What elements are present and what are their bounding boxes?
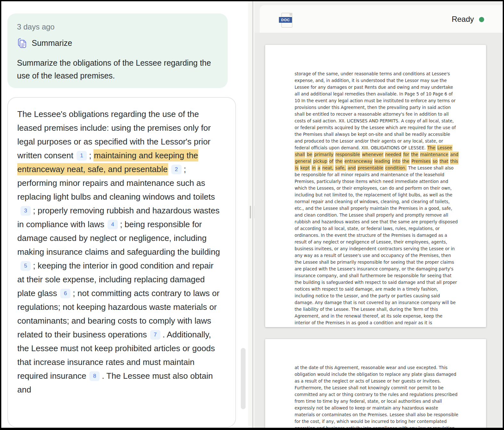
panel-divider-line bbox=[252, 1, 253, 428]
timestamp: 3 days ago bbox=[17, 22, 218, 31]
highlighted-word: entranceway bbox=[344, 158, 373, 164]
status-text: Ready bbox=[452, 15, 474, 24]
highlighted-word: Premises bbox=[411, 158, 431, 164]
highlighted-word: is bbox=[295, 165, 299, 171]
highlighted-word: for bbox=[403, 152, 409, 158]
citation-chip[interactable]: 4 bbox=[108, 220, 118, 229]
highlighted-word: of bbox=[329, 158, 334, 164]
highlighted-word: that bbox=[439, 158, 449, 164]
citation-chip[interactable]: 1 bbox=[77, 151, 87, 161]
panel-divider bbox=[248, 1, 255, 428]
highlighted-word: the bbox=[335, 158, 343, 164]
highlighted-word: maintenance bbox=[420, 152, 449, 158]
highlighted-word: be bbox=[306, 152, 313, 158]
highlighted-word: presentable bbox=[357, 165, 384, 171]
chat-panel: 3 days ago Summarize Summarize the oblig… bbox=[1, 1, 248, 428]
highlighted-word: leading bbox=[374, 158, 390, 164]
highlighted-word: in bbox=[312, 165, 316, 171]
status-dot bbox=[479, 17, 484, 22]
highlighted-text: maintaining and keeping the entranceway … bbox=[17, 149, 198, 175]
question-text: Summarize the obligations of the Lessee … bbox=[17, 56, 218, 82]
highlighted-word: responsible bbox=[335, 152, 361, 158]
answer-text: The Lessee's obligations regarding the u… bbox=[8, 98, 235, 397]
action-label: Summarize bbox=[32, 38, 72, 48]
highlighted-word: neat, bbox=[322, 165, 333, 171]
document-page-2: at the date of this Agreement, reasonabl… bbox=[265, 339, 486, 428]
citation-chip[interactable]: 7 bbox=[150, 330, 160, 340]
page-1-text: storage of the same, under reasonable te… bbox=[265, 45, 486, 326]
doc-banner-label: DOC bbox=[279, 17, 292, 23]
page-2-text: at the date of this Agreement, reasonabl… bbox=[265, 339, 486, 428]
chat-scrollbar-thumb[interactable] bbox=[241, 348, 246, 409]
highlighted-word: so bbox=[432, 158, 438, 164]
divider-drag-handle-left[interactable] bbox=[250, 206, 251, 219]
summarize-action-row: Summarize bbox=[17, 37, 218, 49]
highlighted-word: needed bbox=[385, 152, 402, 158]
citation-chip[interactable]: 8 bbox=[89, 371, 100, 381]
highlighted-word: Lessee bbox=[437, 145, 452, 151]
citation-chip[interactable]: 3 bbox=[20, 206, 31, 216]
document-viewer-panel: storage of the same, under reasonable te… bbox=[255, 1, 503, 428]
highlighted-word: the bbox=[411, 152, 419, 158]
citation-chip[interactable]: 2 bbox=[171, 165, 182, 174]
highlighted-word: shall bbox=[295, 152, 305, 158]
highlighted-word: into bbox=[392, 158, 401, 164]
document-page-1: storage of the same, under reasonable te… bbox=[265, 45, 486, 327]
answer-card: The Lessee's obligations regarding the u… bbox=[7, 97, 236, 427]
citation-chip[interactable]: 5 bbox=[20, 261, 31, 271]
page-fold-corner bbox=[289, 13, 292, 16]
citation-chip[interactable]: 6 bbox=[60, 289, 70, 298]
highlighted-word: a bbox=[317, 165, 321, 171]
page-area: storage of the same, under reasonable te… bbox=[255, 33, 503, 428]
highlighted-word: primarily bbox=[314, 152, 334, 158]
summarize-copy-doc-icon bbox=[17, 37, 27, 49]
highlighted-word: pickup bbox=[313, 158, 328, 164]
viewer-header: DOC Ready bbox=[260, 5, 503, 33]
highlighted-word: this bbox=[450, 158, 458, 164]
highlighted-word: safe, bbox=[335, 165, 346, 171]
highlighted-word: general bbox=[295, 158, 312, 164]
app-root: 3 days ago Summarize Summarize the oblig… bbox=[1, 1, 503, 428]
highlighted-word: and bbox=[450, 152, 459, 158]
highlighted-word: condition. bbox=[385, 165, 407, 171]
highlighted-word: The bbox=[427, 145, 436, 151]
highlighted-word: kept bbox=[300, 165, 310, 171]
highlighted-word: and bbox=[347, 165, 356, 171]
question-card: 3 days ago Summarize Summarize the oblig… bbox=[7, 13, 228, 88]
highlighted-word: whenever bbox=[362, 152, 384, 158]
doc-file-icon: DOC bbox=[279, 12, 293, 28]
highlighted-word: the bbox=[402, 158, 410, 164]
